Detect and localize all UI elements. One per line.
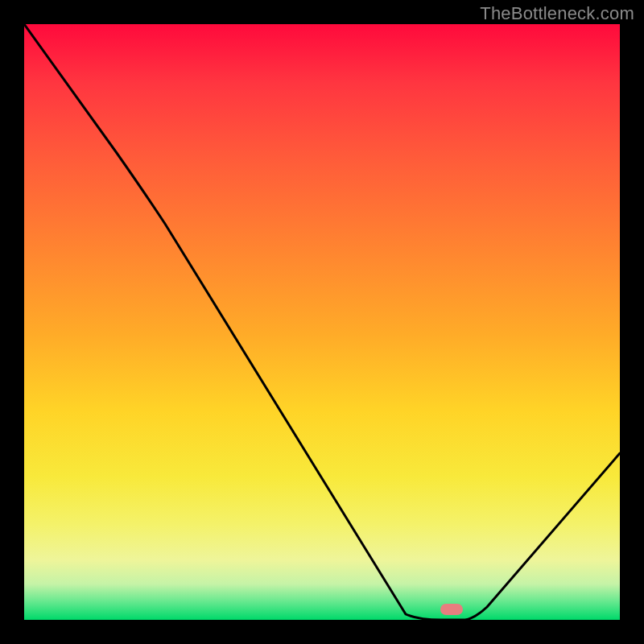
watermark-text: TheBottleneck.com	[480, 3, 634, 24]
bottleneck-curve	[24, 24, 620, 620]
chart-frame: TheBottleneck.com	[0, 0, 644, 644]
optimal-marker	[440, 604, 463, 615]
plot-area	[24, 24, 620, 620]
